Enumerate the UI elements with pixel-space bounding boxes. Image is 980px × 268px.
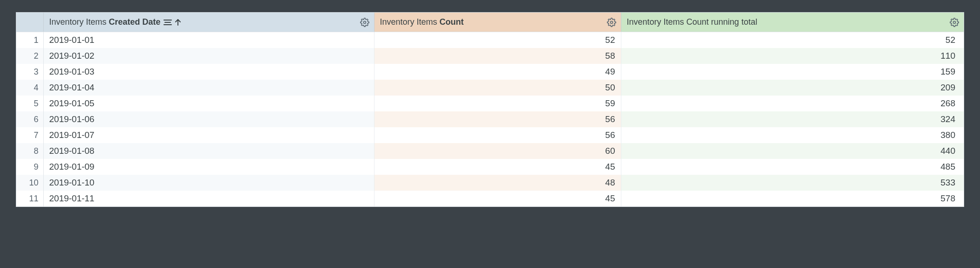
table-row: 22019-01-0258110 xyxy=(16,48,964,64)
cell-created-date[interactable]: 2019-01-09 xyxy=(43,159,374,175)
column-header-strong: Created Date xyxy=(109,17,161,27)
table-row: 82019-01-0860440 xyxy=(16,143,964,159)
row-number: 11 xyxy=(16,191,43,206)
table-row: 72019-01-0756380 xyxy=(16,127,964,143)
cell-created-date[interactable]: 2019-01-02 xyxy=(43,48,374,64)
row-number: 3 xyxy=(16,64,43,80)
gear-icon[interactable] xyxy=(950,18,959,27)
cell-running-total[interactable]: 440 xyxy=(621,143,964,159)
gear-icon[interactable] xyxy=(607,18,616,27)
table-row: 112019-01-1145578 xyxy=(16,191,964,206)
row-number: 7 xyxy=(16,127,43,143)
rownum-header xyxy=(16,13,43,32)
table-row: 102019-01-1048533 xyxy=(16,175,964,191)
cell-running-total[interactable]: 485 xyxy=(621,159,964,175)
sort-lines-icon xyxy=(163,19,172,26)
cell-running-total[interactable]: 324 xyxy=(621,111,964,127)
cell-created-date[interactable]: 2019-01-07 xyxy=(43,127,374,143)
table-row: 42019-01-0450209 xyxy=(16,80,964,96)
column-header-count[interactable]: Inventory Items Count xyxy=(374,13,621,32)
column-header-strong: Count xyxy=(440,17,464,27)
cell-running-total[interactable]: 380 xyxy=(621,127,964,143)
cell-count[interactable]: 48 xyxy=(374,175,621,191)
cell-running-total[interactable]: 533 xyxy=(621,175,964,191)
cell-count[interactable]: 59 xyxy=(374,96,621,111)
data-table: Inventory Items Created Date xyxy=(16,13,964,206)
app-frame: Inventory Items Created Date xyxy=(0,0,980,223)
cell-count[interactable]: 45 xyxy=(374,159,621,175)
data-table-panel: Inventory Items Created Date xyxy=(16,12,964,207)
cell-running-total[interactable]: 52 xyxy=(621,32,964,48)
cell-running-total[interactable]: 268 xyxy=(621,96,964,111)
cell-created-date[interactable]: 2019-01-08 xyxy=(43,143,374,159)
cell-count[interactable]: 49 xyxy=(374,64,621,80)
table-row: 92019-01-0945485 xyxy=(16,159,964,175)
cell-count[interactable]: 50 xyxy=(374,80,621,96)
sort-ascending-icon xyxy=(175,19,181,26)
row-number: 10 xyxy=(16,175,43,191)
table-row: 32019-01-0349159 xyxy=(16,64,964,80)
cell-created-date[interactable]: 2019-01-04 xyxy=(43,80,374,96)
cell-count[interactable]: 52 xyxy=(374,32,621,48)
cell-count[interactable]: 56 xyxy=(374,127,621,143)
cell-count[interactable]: 60 xyxy=(374,143,621,159)
row-number: 2 xyxy=(16,48,43,64)
gear-icon[interactable] xyxy=(360,18,369,27)
cell-created-date[interactable]: 2019-01-11 xyxy=(43,191,374,206)
row-number: 4 xyxy=(16,80,43,96)
column-header-label: Inventory Items Count running total xyxy=(627,17,757,27)
cell-running-total[interactable]: 159 xyxy=(621,64,964,80)
cell-created-date[interactable]: 2019-01-10 xyxy=(43,175,374,191)
cell-created-date[interactable]: 2019-01-06 xyxy=(43,111,374,127)
table-row: 52019-01-0559268 xyxy=(16,96,964,111)
cell-running-total[interactable]: 209 xyxy=(621,80,964,96)
cell-created-date[interactable]: 2019-01-03 xyxy=(43,64,374,80)
cell-count[interactable]: 45 xyxy=(374,191,621,206)
row-number: 8 xyxy=(16,143,43,159)
cell-created-date[interactable]: 2019-01-01 xyxy=(43,32,374,48)
cell-running-total[interactable]: 578 xyxy=(621,191,964,206)
row-number: 1 xyxy=(16,32,43,48)
cell-count[interactable]: 56 xyxy=(374,111,621,127)
svg-point-6 xyxy=(953,21,956,23)
column-header-prefix: Inventory Items xyxy=(380,17,440,27)
column-header-prefix: Inventory Items xyxy=(49,17,109,27)
row-number: 9 xyxy=(16,159,43,175)
svg-point-4 xyxy=(363,21,366,23)
column-header-created-date[interactable]: Inventory Items Created Date xyxy=(43,13,374,32)
table-row: 62019-01-0656324 xyxy=(16,111,964,127)
table-row: 12019-01-015252 xyxy=(16,32,964,48)
svg-point-5 xyxy=(610,21,612,23)
cell-running-total[interactable]: 110 xyxy=(621,48,964,64)
row-number: 6 xyxy=(16,111,43,127)
row-number: 5 xyxy=(16,96,43,111)
cell-count[interactable]: 58 xyxy=(374,48,621,64)
column-header-running-total[interactable]: Inventory Items Count running total xyxy=(621,13,964,32)
cell-created-date[interactable]: 2019-01-05 xyxy=(43,96,374,111)
